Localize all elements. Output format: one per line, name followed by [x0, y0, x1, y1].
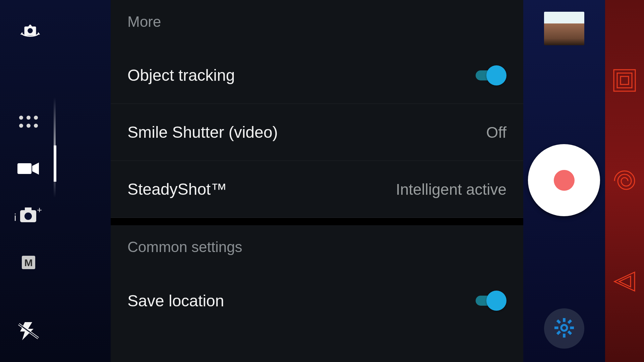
svg-point-3	[34, 116, 38, 120]
row-steadyshot[interactable]: SteadyShot™ Intelligent active	[111, 161, 523, 218]
section-header-common: Common settings	[111, 225, 523, 272]
mode-video-button[interactable]	[17, 158, 40, 181]
row-value: Off	[486, 123, 506, 141]
right-edge-stripe	[605, 0, 644, 362]
svg-point-6	[34, 124, 38, 128]
switch-camera-button[interactable]	[17, 20, 44, 44]
svg-text:i: i	[14, 212, 16, 223]
svg-rect-10	[25, 207, 32, 211]
svg-point-1	[19, 116, 23, 120]
toggle-object-tracking[interactable]	[473, 65, 506, 85]
svg-point-2	[26, 116, 31, 120]
svg-point-0	[28, 28, 33, 33]
toggle-thumb	[486, 65, 506, 85]
video-camera-icon	[17, 161, 40, 177]
row-label: Smile Shutter (video)	[127, 123, 278, 141]
svg-rect-27	[621, 76, 629, 84]
section-header-more: More	[111, 0, 523, 47]
toggle-save-location[interactable]	[473, 291, 506, 311]
row-value: Intelligent active	[396, 180, 506, 198]
mode-rail-indicator	[54, 97, 56, 198]
mode-active-marker	[54, 145, 56, 182]
record-button[interactable]	[528, 144, 600, 216]
flash-button[interactable]	[15, 320, 42, 344]
svg-rect-18	[563, 334, 566, 338]
mode-rail: i + M	[0, 111, 57, 275]
row-label: Save location	[127, 292, 224, 310]
row-smile-shutter[interactable]: Smile Shutter (video) Off	[111, 104, 523, 161]
settings-button[interactable]	[544, 308, 584, 349]
svg-rect-20	[570, 326, 574, 329]
svg-rect-26	[617, 73, 632, 88]
gallery-thumbnail[interactable]	[544, 12, 584, 45]
svg-rect-7	[17, 163, 32, 174]
apps-grid-icon	[18, 114, 39, 130]
row-save-location[interactable]: Save location	[111, 272, 523, 329]
row-label: Object tracking	[127, 66, 235, 84]
svg-point-4	[19, 124, 23, 128]
mode-superior-auto-button[interactable]: i +	[17, 204, 40, 228]
mode-manual-button[interactable]: M	[17, 251, 40, 275]
superior-auto-icon: i +	[14, 206, 43, 226]
manual-mode-icon: M	[21, 255, 36, 271]
svg-rect-19	[554, 326, 558, 329]
row-object-tracking[interactable]: Object tracking	[111, 47, 523, 104]
svg-point-5	[26, 124, 31, 128]
stripe-deco-square-icon	[611, 67, 638, 94]
toggle-thumb	[486, 291, 506, 311]
left-sidebar: i + M	[0, 0, 111, 362]
svg-text:+: +	[37, 206, 42, 215]
stripe-deco-triangle-icon	[611, 268, 638, 295]
row-label: SteadyShot™	[127, 180, 227, 198]
switch-camera-icon	[18, 22, 42, 42]
svg-rect-24	[556, 330, 561, 335]
mode-apps-button[interactable]	[17, 111, 40, 134]
svg-point-11	[24, 213, 32, 220]
section-gap	[111, 218, 523, 225]
svg-text:M: M	[24, 257, 33, 268]
svg-rect-21	[556, 319, 561, 324]
record-dot-icon	[554, 170, 575, 191]
right-sidebar	[523, 0, 605, 362]
gear-icon	[554, 317, 575, 340]
flash-off-icon	[16, 321, 41, 343]
svg-rect-22	[568, 330, 572, 335]
svg-rect-23	[568, 319, 572, 324]
stripe-deco-spiral-icon	[611, 168, 638, 194]
settings-panel: More Object tracking Smile Shutter (vide…	[111, 0, 523, 362]
svg-rect-17	[563, 318, 566, 322]
